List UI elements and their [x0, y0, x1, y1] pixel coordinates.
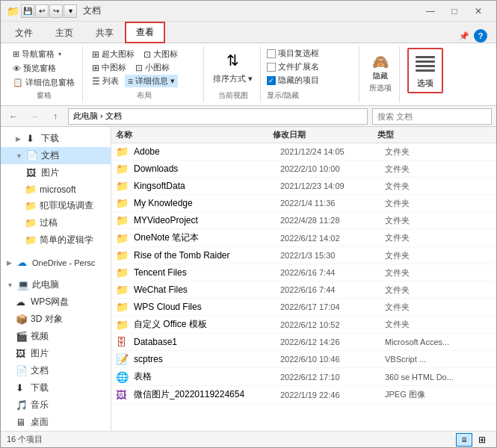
file-type: 文件夹	[385, 181, 492, 192]
qs-undo-btn[interactable]: ↩	[35, 4, 49, 18]
file-row[interactable]: 📁 自定义 Office 模板 2022/6/12 10:52 文件夹	[111, 316, 496, 334]
file-date: 2021/12/24 14:05	[280, 147, 385, 156]
sort-by-button[interactable]: 排序方式 ▾	[210, 72, 256, 85]
maximize-button[interactable]: □	[442, 1, 466, 22]
file-row[interactable]: 📁 Tencent Files 2022/6/16 7:44 文件夹	[111, 264, 496, 281]
minimize-button[interactable]: —	[419, 1, 442, 22]
file-type: 文件夹	[385, 302, 492, 313]
onedrive-arrow: ▶	[7, 259, 14, 267]
large-icon-btn[interactable]: ⊡ 大图标	[141, 48, 181, 60]
address-input[interactable]	[68, 108, 368, 125]
main-content: ▶ ⬇ 下载 ▼ 📄 文档 ▶ 🖼 图片 📁 microsoft 📁 犯罪现场调…	[1, 127, 496, 431]
file-row[interactable]: 📝 scptres 2022/6/10 10:46 VBScript ...	[111, 351, 496, 368]
file-icon: 📁	[116, 249, 129, 261]
sidebar-item-documents[interactable]: ▼ 📄 文档	[1, 147, 111, 164]
hidden-checkbox[interactable]	[267, 76, 276, 85]
sidebar-item-3d[interactable]: 📦 3D 对象	[1, 311, 111, 328]
file-row[interactable]: 📁 KingsoftData 2021/12/23 14:09 文件夹	[111, 178, 496, 195]
file-date: 2022/4/28 11:28	[280, 216, 385, 225]
file-row[interactable]: 📁 Rise of the Tomb Raider 2022/1/3 15:30…	[111, 247, 496, 264]
file-row[interactable]: 📁 WPS Cloud Files 2022/6/17 17:04 文件夹	[111, 299, 496, 316]
sort-icon: ⇅	[226, 52, 239, 69]
file-row[interactable]: 🗄 Database1 2022/6/12 14:26 Microsoft Ac…	[111, 334, 496, 351]
file-icon: 📁	[116, 319, 129, 331]
lg-icon: ⊡	[143, 49, 151, 60]
sidebar-divider-2	[1, 270, 111, 276]
back-button[interactable]: ←	[5, 108, 22, 125]
help-icon[interactable]: ?	[474, 29, 487, 43]
ext-checkbox-label[interactable]: 文件扩展名	[267, 61, 354, 72]
sidebar-item-thispc[interactable]: ▼ 💻 此电脑	[1, 276, 111, 293]
file-name: KingsoftData	[134, 181, 280, 191]
tab-share[interactable]: 共享	[84, 22, 125, 43]
up-button[interactable]: ↑	[47, 108, 64, 125]
sidebar-item-desktop[interactable]: 🖥 桌面	[1, 414, 111, 431]
file-date: 2022/6/16 7:44	[280, 285, 385, 294]
file-row[interactable]: 📁 WeChat Files 2022/6/16 7:44 文件夹	[111, 281, 496, 299]
sidebar-item-draft[interactable]: 📁 过稿	[1, 214, 111, 231]
file-type: 360 se HTML Do...	[385, 373, 492, 382]
sidebar-item-video[interactable]: 🎬 视频	[1, 328, 111, 345]
col-name-header[interactable]: 名称	[116, 129, 273, 140]
extra-large-icon-btn[interactable]: ⊞ 超大图标	[89, 48, 138, 60]
file-row[interactable]: 🖼 微信图片_20220119224654 2022/1/19 22:46 JP…	[111, 386, 496, 404]
medium-icon-btn[interactable]: ⊞ 中图标	[89, 61, 129, 74]
selected-items-text: 所选项	[369, 83, 392, 93]
file-date: 2021/12/23 14:09	[280, 181, 385, 190]
file-name: Adobe	[134, 146, 280, 157]
qs-save-btn[interactable]: 💾	[21, 4, 34, 18]
options-label: 选项	[417, 78, 433, 89]
sidebar-item-logic[interactable]: 📁 简单的逻辑学	[1, 231, 111, 249]
sidebar-item-microsoft[interactable]: 📁 microsoft	[1, 181, 111, 197]
sidebar-item-docs[interactable]: 📄 文档	[1, 362, 111, 379]
file-row[interactable]: 🌐 表格 2022/6/12 17:10 360 se HTML Do...	[111, 368, 496, 386]
documents-icon: 📄	[26, 150, 38, 161]
file-row[interactable]: 📁 Downloads 2022/2/10 10:00 文件夹	[111, 161, 496, 178]
project-checkbox[interactable]	[267, 49, 276, 58]
ribbon: 文件 主页 共享 查看 📌 ? ⊞ 导航窗格 ▾	[1, 22, 496, 106]
nav-pane-button[interactable]: ⊞ 导航窗格 ▾	[10, 48, 78, 60]
file-row[interactable]: 📁 My Knowledge 2022/1/4 11:36 文件夹	[111, 195, 496, 212]
file-type: 文件夹	[385, 146, 492, 158]
options-button[interactable]: 选项	[407, 48, 443, 93]
small-icon-btn[interactable]: ⊡ 小图标	[132, 61, 173, 74]
details-pane-button[interactable]: 📋 详细信息窗格	[10, 76, 78, 89]
tab-home[interactable]: 主页	[44, 22, 84, 43]
search-input[interactable]	[372, 108, 492, 125]
sidebar-item-wps-cloud[interactable]: ☁ WPS网盘	[1, 293, 111, 311]
details-list-icon: ≡	[128, 76, 133, 87]
preview-pane-button[interactable]: 👁 预览窗格	[10, 62, 78, 75]
list-btn[interactable]: ☰ 列表	[89, 75, 122, 87]
sidebar-item-music[interactable]: 🎵 音乐	[1, 396, 111, 414]
sidebar-item-pictures[interactable]: ▶ 🖼 图片	[1, 164, 111, 181]
file-name: WPS Cloud Files	[134, 302, 280, 312]
tab-view[interactable]: 查看	[125, 22, 165, 43]
sidebar-item-dl[interactable]: ⬇ 下载	[1, 379, 111, 396]
ribbon-extras: 📌 ?	[453, 29, 493, 43]
sidebar-item-pic[interactable]: 🖼 图片	[1, 345, 111, 362]
file-row[interactable]: 📁 MYVideoProject 2022/4/28 11:28 文件夹	[111, 212, 496, 229]
forward-button[interactable]: →	[26, 108, 43, 125]
project-checkbox-label[interactable]: 项目复选框	[267, 48, 354, 59]
sidebar-item-download[interactable]: ▶ ⬇ 下载	[1, 130, 111, 147]
file-date: 2022/6/12 14:02	[280, 234, 385, 243]
ext-checkbox[interactable]	[267, 63, 276, 72]
file-row[interactable]: 📁 OneNote 笔记本 2022/6/12 14:02 文件夹	[111, 229, 496, 247]
details-icon: 📋	[13, 78, 23, 87]
col-date-header[interactable]: 修改日期	[273, 129, 377, 140]
sidebar-item-crime[interactable]: 📁 犯罪现场调查	[1, 197, 111, 214]
details-btn[interactable]: ≡ 详细信息 ▾	[125, 75, 178, 87]
hidden-checkbox-label[interactable]: 隐藏的项目	[267, 75, 354, 86]
file-row[interactable]: 📁 Adobe 2021/12/24 14:05 文件夹	[111, 143, 496, 161]
qs-dropdown-btn[interactable]: ▾	[64, 4, 77, 18]
large-icon-view-btn[interactable]: ⊞	[474, 433, 490, 447]
close-button[interactable]: ✕	[466, 1, 490, 22]
qs-redo-btn[interactable]: ↪	[49, 4, 63, 18]
tab-file[interactable]: 文件	[4, 22, 44, 43]
hide-button[interactable]: 🙈 隐藏	[372, 54, 389, 81]
details-view-btn[interactable]: ≡	[456, 433, 472, 447]
sidebar-item-onedrive[interactable]: ▶ ☁ OneDrive - Persc	[1, 255, 111, 270]
quick-save-toolbar: 💾 ↩ ↪ ▾	[21, 4, 77, 18]
view-mode-buttons: ≡ ⊞	[456, 433, 490, 447]
col-type-header[interactable]: 类型	[377, 129, 492, 140]
